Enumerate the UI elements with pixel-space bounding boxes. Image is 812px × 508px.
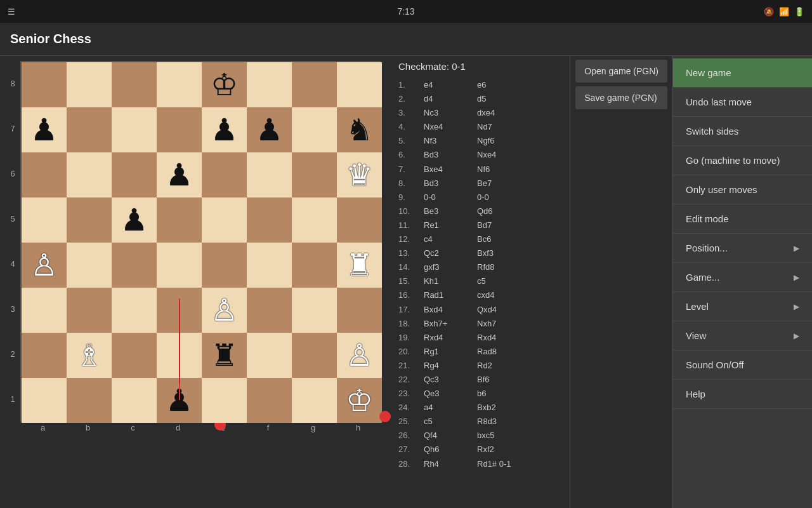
move-black[interactable]: Rd2 bbox=[477, 359, 528, 373]
move-black[interactable]: bxc5 bbox=[477, 429, 528, 443]
cell-h1[interactable]: ♔ bbox=[337, 378, 382, 423]
cell-g3[interactable] bbox=[292, 288, 337, 333]
cell-c5[interactable]: ♟ bbox=[112, 197, 157, 243]
cell-c1[interactable] bbox=[112, 378, 157, 423]
move-white[interactable]: Rxd4 bbox=[424, 331, 475, 345]
cell-d8[interactable] bbox=[157, 62, 202, 107]
cell-g1[interactable] bbox=[292, 378, 337, 423]
cell-g2[interactable] bbox=[292, 333, 337, 378]
cell-b6[interactable] bbox=[67, 152, 112, 197]
move-white[interactable]: Qc3 bbox=[424, 373, 475, 387]
move-white[interactable]: c5 bbox=[424, 415, 475, 429]
move-white[interactable]: d4 bbox=[424, 92, 475, 106]
cell-c2[interactable] bbox=[112, 333, 157, 378]
cell-d5[interactable] bbox=[157, 197, 202, 243]
move-white[interactable]: 0-0 bbox=[424, 190, 475, 204]
cell-h8[interactable] bbox=[337, 62, 382, 107]
move-black[interactable]: Nf6 bbox=[477, 163, 528, 177]
move-black[interactable]: Bxf3 bbox=[477, 246, 528, 260]
move-white[interactable]: Bxe4 bbox=[424, 163, 475, 177]
cell-b8[interactable] bbox=[67, 62, 112, 107]
move-black[interactable]: Bd7 bbox=[477, 218, 528, 232]
move-black[interactable]: c5 bbox=[477, 274, 528, 288]
menu-item-only-user-moves[interactable]: Only user moves bbox=[673, 175, 812, 204]
move-black[interactable]: dxe4 bbox=[477, 106, 528, 120]
move-white[interactable]: Bd3 bbox=[424, 148, 475, 162]
move-white[interactable]: Bxh7+ bbox=[424, 317, 475, 331]
move-white[interactable]: Kh1 bbox=[424, 274, 475, 288]
move-white[interactable]: Rg4 bbox=[424, 359, 475, 373]
move-white[interactable]: Rh4 bbox=[424, 457, 475, 471]
cell-e1[interactable] bbox=[202, 378, 247, 423]
cell-h3[interactable] bbox=[337, 288, 382, 333]
move-black[interactable]: Bf6 bbox=[477, 373, 528, 387]
move-white[interactable]: Bxd4 bbox=[424, 303, 475, 317]
cell-f5[interactable] bbox=[247, 197, 292, 243]
move-white[interactable]: Qe3 bbox=[424, 387, 475, 401]
move-black[interactable]: R8d3 bbox=[477, 415, 528, 429]
move-black[interactable]: d5 bbox=[477, 92, 528, 106]
cell-d4[interactable] bbox=[157, 243, 202, 288]
cell-g7[interactable] bbox=[292, 107, 337, 152]
cell-f8[interactable] bbox=[247, 62, 292, 107]
cell-g8[interactable] bbox=[292, 62, 337, 107]
cell-e7[interactable]: ♟ bbox=[202, 107, 247, 152]
move-black[interactable]: Be7 bbox=[477, 177, 528, 190]
cell-b1[interactable] bbox=[67, 378, 112, 423]
cell-h6[interactable]: ♛ bbox=[337, 152, 382, 197]
cell-e3[interactable]: ♙ bbox=[202, 288, 247, 333]
cell-d7[interactable] bbox=[157, 107, 202, 152]
cell-h4[interactable]: ♜ bbox=[337, 243, 382, 288]
menu-item-game...[interactable]: Game...▶ bbox=[673, 263, 812, 292]
move-white[interactable]: Nc3 bbox=[424, 106, 475, 120]
menu-item-go-machine-to-move-[interactable]: Go (machine to move) bbox=[673, 146, 812, 175]
cell-a6[interactable] bbox=[22, 152, 67, 197]
move-white[interactable]: Be3 bbox=[424, 204, 475, 218]
cell-f3[interactable] bbox=[247, 288, 292, 333]
move-black[interactable]: Rd1# 0-1 bbox=[477, 457, 528, 471]
cell-h7[interactable]: ♞ bbox=[337, 107, 382, 152]
move-black[interactable]: Rxd4 bbox=[477, 331, 528, 345]
move-white[interactable]: e4 bbox=[424, 78, 475, 92]
cell-a2[interactable] bbox=[22, 333, 67, 378]
move-black[interactable]: 0-0 bbox=[477, 190, 528, 204]
cell-e8[interactable]: ♔ bbox=[202, 62, 247, 107]
menu-item-edit-mode[interactable]: Edit mode bbox=[673, 204, 812, 234]
cell-e5[interactable] bbox=[202, 197, 247, 243]
menu-item-level[interactable]: Level▶ bbox=[673, 292, 812, 321]
cell-c8[interactable] bbox=[112, 62, 157, 107]
cell-c4[interactable] bbox=[112, 243, 157, 288]
move-black[interactable]: b6 bbox=[477, 387, 528, 401]
cell-a1[interactable] bbox=[22, 378, 67, 423]
cell-c6[interactable] bbox=[112, 152, 157, 197]
chess-board[interactable]: ♔♟♟♟♞♟♛♟♙♜♙♗♜♙♟♔ bbox=[20, 61, 381, 422]
cell-h5[interactable] bbox=[337, 197, 382, 243]
menu-item-undo-last-move[interactable]: Undo last move bbox=[673, 88, 812, 117]
cell-b4[interactable] bbox=[67, 243, 112, 288]
move-white[interactable]: Re1 bbox=[424, 218, 475, 232]
move-white[interactable]: Qc2 bbox=[424, 246, 475, 260]
move-black[interactable]: Nd7 bbox=[477, 120, 528, 134]
move-black[interactable]: Nxh7 bbox=[477, 317, 528, 331]
cell-d1[interactable]: ♟ bbox=[157, 378, 202, 423]
move-black[interactable]: Ngf6 bbox=[477, 134, 528, 148]
cell-a4[interactable]: ♙ bbox=[22, 243, 67, 288]
cell-d6[interactable]: ♟ bbox=[157, 152, 202, 197]
move-white[interactable]: Rad1 bbox=[424, 288, 475, 302]
cell-b3[interactable] bbox=[67, 288, 112, 333]
cell-g4[interactable] bbox=[292, 243, 337, 288]
open-pgn-button[interactable]: Open game (PGN) bbox=[575, 60, 667, 83]
cell-a7[interactable]: ♟ bbox=[22, 107, 67, 152]
menu-item-help[interactable]: Help bbox=[673, 380, 812, 409]
cell-a3[interactable] bbox=[22, 288, 67, 333]
move-black[interactable]: cxd4 bbox=[477, 288, 528, 302]
menu-item-view[interactable]: View▶ bbox=[673, 321, 812, 351]
move-white[interactable]: Qf4 bbox=[424, 429, 475, 443]
move-black[interactable]: Qd6 bbox=[477, 204, 528, 218]
cell-a8[interactable] bbox=[22, 62, 67, 107]
cell-e2[interactable]: ♜ bbox=[202, 333, 247, 378]
cell-f2[interactable] bbox=[247, 333, 292, 378]
move-black[interactable]: Nxe4 bbox=[477, 148, 528, 162]
cell-e6[interactable] bbox=[202, 152, 247, 197]
move-white[interactable]: Rg1 bbox=[424, 345, 475, 359]
